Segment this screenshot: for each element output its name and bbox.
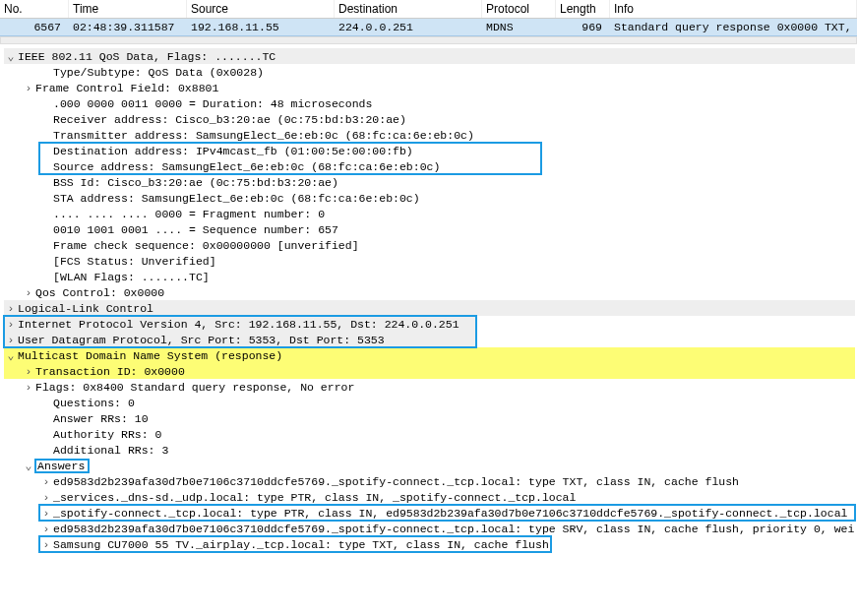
twisty-closed-icon[interactable]: ›	[4, 318, 18, 331]
twisty-closed-icon[interactable]: ›	[4, 302, 18, 315]
twisty-closed-icon[interactable]: ›	[22, 286, 35, 299]
field-questions[interactable]: .Questions: 0	[4, 395, 855, 410]
cell-time: 02:48:39.311587	[69, 19, 187, 35]
field-flags[interactable]: ›Flags: 0x8400 Standard query response, …	[4, 379, 855, 395]
packet-list-header: No. Time Source Destination Protocol Len…	[0, 0, 857, 19]
cell-destination: 224.0.0.251	[335, 19, 482, 35]
field-type-subtype[interactable]: .Type/Subtype: QoS Data (0x0028)	[4, 64, 855, 80]
twisty-open-icon[interactable]: ⌄	[4, 348, 18, 362]
answer-row[interactable]: ›_services._dns-sd._udp.local: type PTR,…	[4, 489, 855, 505]
cell-length: 969	[556, 19, 610, 35]
twisty-closed-icon[interactable]: ›	[22, 381, 35, 394]
twisty-closed-icon[interactable]: ›	[22, 82, 35, 94]
field-src-addr[interactable]: .Source address: SamsungElect_6e:eb:0c (…	[39, 158, 541, 174]
field-recv-addr[interactable]: .Receiver address: Cisco_b3:20:ae (0c:75…	[4, 111, 855, 127]
twisty-open-icon[interactable]: ⌄	[22, 459, 35, 472]
twisty-closed-icon[interactable]: ›	[4, 334, 18, 346]
field-additional-rrs[interactable]: .Additional RRs: 3	[4, 442, 855, 458]
field-fcs-status[interactable]: .[FCS Status: Unverified]	[4, 253, 855, 269]
field-sta-addr[interactable]: .STA address: SamsungElect_6e:eb:0c (68:…	[4, 190, 855, 206]
ieee-title: IEEE 802.11 QoS Data, Flags: .......TC	[18, 50, 275, 63]
section-ieee80211[interactable]: ⌄ IEEE 802.11 QoS Data, Flags: .......TC	[4, 48, 855, 64]
answers-label: Answers	[35, 460, 89, 472]
packet-details: ⌄ IEEE 802.11 QoS Data, Flags: .......TC…	[0, 44, 857, 560]
hscrollbar[interactable]	[0, 36, 857, 44]
field-seq-no[interactable]: .0010 1001 0001 .... = Sequence number: …	[4, 221, 855, 237]
field-frame-ctrl[interactable]: ›Frame Control Field: 0x8801	[4, 80, 855, 95]
field-bss-id[interactable]: .BSS Id: Cisco_b3:20:ae (0c:75:bd:b3:20:…	[4, 174, 855, 190]
twisty-closed-icon[interactable]: ›	[39, 507, 53, 520]
packet-list-row-selected[interactable]: 6567 02:48:39.311587 192.168.11.55 224.0…	[0, 19, 857, 36]
section-udp[interactable]: ›User Datagram Protocol, Src Port: 5353,…	[4, 332, 476, 347]
field-authority-rrs[interactable]: .Authority RRs: 0	[4, 426, 855, 442]
field-trans-id[interactable]: ›Transaction ID: 0x0000	[4, 363, 855, 379]
col-time[interactable]: Time	[69, 0, 187, 18]
cell-source: 192.168.11.55	[187, 19, 335, 35]
col-protocol[interactable]: Protocol	[482, 0, 556, 18]
col-destination[interactable]: Destination	[335, 0, 482, 18]
section-mdns[interactable]: ⌄ Multicast Domain Name System (response…	[4, 347, 855, 363]
cell-protocol: MDNS	[482, 19, 556, 35]
answer-row-spotify-ptr[interactable]: ›_spotify-connect._tcp.local: type PTR, …	[39, 505, 855, 521]
cell-info: Standard query response 0x0000 TXT, cach…	[610, 19, 857, 35]
col-length[interactable]: Length	[556, 0, 610, 18]
answer-row[interactable]: ›ed9583d2b239afa30d7b0e7106c3710ddcfe576…	[4, 521, 855, 536]
twisty-closed-icon[interactable]: ›	[39, 491, 53, 504]
twisty-open-icon[interactable]: ⌄	[4, 49, 18, 63]
col-no[interactable]: No.	[0, 0, 69, 18]
section-ipv4[interactable]: ›Internet Protocol Version 4, Src: 192.1…	[4, 316, 476, 332]
section-answers[interactable]: ⌄ Answers	[4, 458, 855, 473]
twisty-closed-icon[interactable]: ›	[39, 475, 53, 488]
field-wlan-flags[interactable]: .[WLAN Flags: .......TC]	[4, 269, 855, 284]
field-fcs[interactable]: .Frame check sequence: 0x00000000 [unver…	[4, 237, 855, 253]
field-frag-no[interactable]: ..... .... .... 0000 = Fragment number: …	[4, 206, 855, 221]
twisty-closed-icon[interactable]: ›	[22, 365, 35, 378]
answer-row-samsung-airplay[interactable]: ›Samsung CU7000 55 TV._airplay._tcp.loca…	[39, 536, 551, 552]
answer-row[interactable]: ›ed9583d2b239afa30d7b0e7106c3710ddcfe576…	[4, 473, 855, 489]
cell-no: 6567	[0, 19, 69, 35]
field-duration[interactable]: ..000 0000 0011 0000 = Duration: 48 micr…	[4, 95, 855, 111]
field-qos-ctrl[interactable]: ›Qos Control: 0x0000	[4, 284, 855, 300]
field-trans-addr[interactable]: .Transmitter address: SamsungElect_6e:eb…	[4, 127, 855, 143]
col-info[interactable]: Info	[610, 0, 857, 18]
twisty-closed-icon[interactable]: ›	[39, 523, 53, 535]
section-llc[interactable]: › Logical-Link Control	[4, 300, 855, 316]
field-dest-addr[interactable]: .Destination address: IPv4mcast_fb (01:0…	[39, 143, 541, 158]
col-source[interactable]: Source	[187, 0, 335, 18]
field-answer-rrs[interactable]: .Answer RRs: 10	[4, 410, 855, 426]
twisty-closed-icon[interactable]: ›	[39, 538, 53, 551]
